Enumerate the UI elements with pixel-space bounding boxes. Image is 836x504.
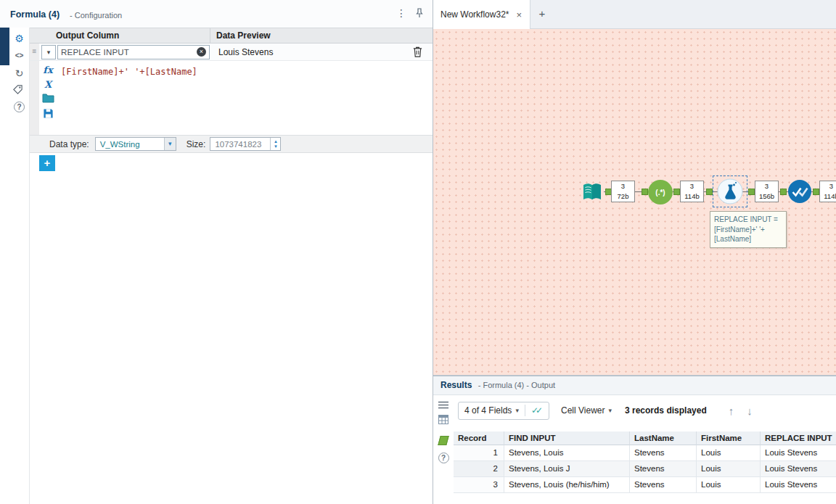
cell-firstname[interactable]: Louis	[697, 477, 761, 493]
alteryx-designer-window: Formula (4) - Configuration ⋮ ⚙ <> ↻ ? O…	[0, 0, 836, 504]
output-anchor-indicator[interactable]	[438, 436, 448, 445]
cell-firstname[interactable]: Louis	[697, 461, 761, 477]
output-anchor[interactable]	[748, 189, 755, 195]
table-row: 1 Stevens, Louis Stevens Louis Louis Ste…	[454, 445, 836, 461]
chevron-down-icon[interactable]: ▾	[164, 138, 176, 150]
node-tooltip: REPLACE INPUT = [FirstName]+' '+ [LastNa…	[710, 211, 787, 248]
connection-label: 3 156b	[755, 181, 779, 202]
add-expression-button[interactable]: +	[39, 155, 55, 171]
col-header-find-input[interactable]: FIND INPUT	[504, 431, 630, 445]
spin-down-icon[interactable]: ▼	[274, 144, 278, 149]
data-type-value: V_WString	[96, 140, 164, 149]
cell-replace-input[interactable]: Louis Stevens	[761, 445, 836, 461]
input-anchor[interactable]	[642, 189, 648, 195]
output-anchor[interactable]	[813, 189, 819, 195]
data-preview-header: Data Preview	[210, 28, 433, 43]
regex-icon: (.*)	[648, 180, 673, 205]
tool-node-unique[interactable]	[787, 179, 812, 204]
output-anchor[interactable]	[673, 189, 680, 195]
input-anchor[interactable]	[706, 189, 713, 195]
size-label: Size:	[187, 139, 206, 149]
tool-node-formula[interactable]	[717, 178, 743, 205]
connection-label: 3 114b	[680, 181, 704, 202]
col-header-record[interactable]: Record	[454, 431, 504, 445]
drag-handle-icon[interactable]: ≡	[30, 44, 39, 60]
table-view-icon[interactable]	[433, 415, 454, 424]
cell-lastname[interactable]: Stevens	[630, 461, 697, 477]
tab-new-workflow32[interactable]: New Workflow32* ×	[433, 0, 530, 29]
formula-editor: fx X [FirstName]+' '+[LastName]	[30, 61, 433, 135]
scroll-up-icon[interactable]: ↑	[729, 405, 734, 417]
clear-field-icon[interactable]: ×	[197, 47, 206, 57]
divider	[525, 405, 525, 416]
cell-replace-input[interactable]: Louis Stevens	[761, 477, 836, 493]
pin-icon[interactable]	[414, 7, 425, 19]
chevron-down-icon[interactable]: ▾	[515, 407, 519, 414]
config-panel-title: Formula (4)	[10, 9, 60, 20]
records-count-text: 3 records displayed	[625, 405, 707, 416]
fields-dropdown[interactable]: 4 of 4 Fields	[464, 405, 512, 416]
connection-label: 3 114b	[819, 181, 836, 202]
panel-scroll-indicator[interactable]	[0, 28, 9, 65]
scroll-down-icon[interactable]: ↓	[747, 405, 753, 417]
save-icon[interactable]	[41, 108, 55, 122]
fields-filter-group: 4 of 4 Fields ▾ ✓✓	[458, 402, 549, 420]
formula-field-row: ≡ ▾ REPLACE INPUT × Louis Stevens	[30, 44, 433, 61]
config-rail: ⚙ <> ↻ ?	[9, 28, 29, 504]
tool-node-regex[interactable]: (.*)	[648, 180, 673, 205]
cell-lastname[interactable]: Stevens	[630, 477, 697, 493]
size-input[interactable]: 1073741823 ▲ ▼	[210, 137, 281, 151]
close-tab-icon[interactable]: ×	[516, 9, 522, 20]
config-header: Formula (4) - Configuration ⋮	[0, 0, 433, 28]
chevron-down-icon[interactable]: ▾	[608, 407, 612, 414]
size-stepper[interactable]: ▲ ▼	[270, 138, 280, 150]
delete-expression-icon[interactable]	[412, 46, 424, 59]
new-tab-button[interactable]: +	[530, 0, 554, 29]
record-size: 72b	[618, 192, 629, 200]
table-row: 3 Stevens, Louis (he/his/him) Stevens Lo…	[454, 477, 836, 493]
expand-field-button[interactable]: ▾	[41, 45, 56, 59]
functions-icon[interactable]: fx	[41, 63, 55, 77]
more-options-icon[interactable]: ⋮	[396, 7, 406, 19]
editor-gutter	[30, 61, 39, 135]
formula-expression[interactable]: [FirstName]+' '+[LastName]	[57, 61, 433, 135]
editor-toolbar: fx X	[39, 61, 57, 135]
cell-find-input[interactable]: Stevens, Louis J	[504, 461, 630, 477]
gear-icon[interactable]: ⚙	[12, 32, 27, 45]
workflow-canvas[interactable]: 3 72b (.*) 3 114b 3 156b	[433, 29, 836, 375]
tag-icon[interactable]	[12, 84, 27, 97]
cell-record[interactable]: 2	[454, 461, 504, 477]
code-icon[interactable]: <>	[12, 49, 27, 62]
cell-record[interactable]: 3	[454, 477, 504, 493]
cell-find-input[interactable]: Stevens, Louis (he/his/him)	[504, 477, 630, 493]
apply-check-icon[interactable]: ✓✓	[531, 405, 543, 416]
book-icon	[581, 181, 604, 204]
input-anchor[interactable]	[780, 189, 787, 195]
tab-bar: New Workflow32* × +	[433, 0, 836, 29]
data-type-label: Data type:	[49, 139, 89, 149]
cell-viewer-dropdown[interactable]: Cell Viewer	[561, 405, 605, 416]
data-type-select[interactable]: V_WString ▾	[95, 137, 176, 151]
col-header-firstname[interactable]: FirstName	[697, 431, 761, 445]
output-column-input[interactable]: REPLACE INPUT ×	[57, 45, 210, 59]
variables-icon[interactable]: X	[41, 78, 55, 91]
cell-replace-input[interactable]: Louis Stevens	[761, 461, 836, 477]
refresh-icon[interactable]: ↻	[12, 67, 27, 80]
record-count: 3	[765, 182, 769, 190]
cell-firstname[interactable]: Louis	[697, 445, 761, 461]
double-check-icon	[787, 179, 812, 204]
spin-up-icon[interactable]: ▲	[274, 139, 278, 144]
output-column-header: Output Column	[30, 28, 210, 43]
cell-lastname[interactable]: Stevens	[630, 445, 697, 461]
help-icon[interactable]: ?	[14, 102, 25, 112]
table-header-row: Record FIND INPUT LastName FirstName REP…	[454, 431, 836, 445]
col-header-replace-input[interactable]: REPLACE INPUT	[761, 431, 836, 445]
folder-icon[interactable]	[41, 93, 55, 107]
help-icon[interactable]: ?	[438, 453, 449, 463]
results-side-strip: ?	[433, 395, 454, 504]
list-view-icon[interactable]	[433, 401, 454, 409]
cell-record[interactable]: 1	[454, 445, 504, 461]
cell-find-input[interactable]: Stevens, Louis	[504, 445, 630, 461]
tool-node-input[interactable]	[581, 181, 604, 204]
col-header-lastname[interactable]: LastName	[630, 431, 697, 445]
